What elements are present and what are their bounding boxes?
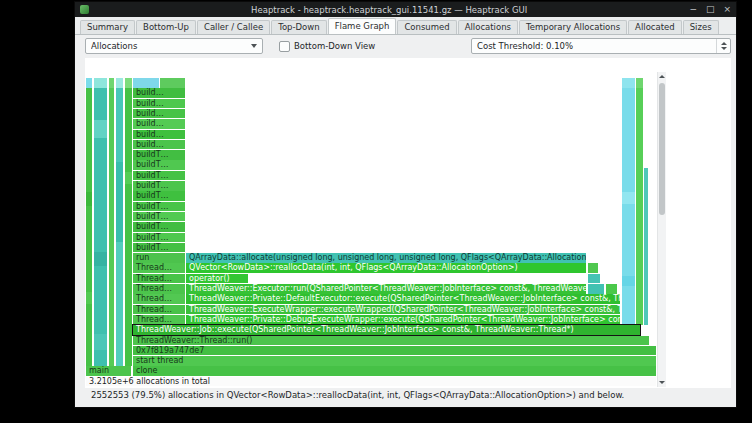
tab-summary[interactable]: Summary bbox=[80, 20, 135, 34]
flame-frame[interactable]: operator() bbox=[186, 274, 248, 284]
flame-frame[interactable] bbox=[606, 284, 617, 294]
flame-strip[interactable] bbox=[125, 88, 132, 366]
flame-frame[interactable] bbox=[588, 274, 600, 284]
scroll-down-arrow-icon[interactable] bbox=[659, 381, 665, 384]
flame-frame[interactable]: build… bbox=[133, 119, 185, 129]
flame-frame[interactable]: build… bbox=[133, 130, 185, 140]
flame-frame[interactable] bbox=[94, 78, 107, 88]
flame-strip[interactable] bbox=[116, 162, 123, 242]
flame-frame[interactable]: Thread… bbox=[133, 315, 185, 325]
flame-strip[interactable] bbox=[86, 292, 92, 304]
titlebar[interactable]: Heaptrack - heaptrack.heaptrack_gui.1154… bbox=[75, 2, 736, 17]
flame-frame[interactable]: build… bbox=[133, 109, 185, 119]
checkbox-box[interactable] bbox=[279, 41, 290, 52]
close-button[interactable]: × bbox=[723, 2, 731, 17]
flame-frame[interactable]: build… bbox=[133, 88, 185, 98]
flame-chart[interactable]: 3.2105e+6 allocations in totalmainclones… bbox=[86, 72, 656, 387]
metric-combobox[interactable]: Allocations bbox=[85, 38, 263, 54]
flame-strip[interactable] bbox=[86, 192, 92, 206]
spinbox-arrows bbox=[716, 39, 730, 53]
flame-frame[interactable] bbox=[622, 78, 635, 88]
cost-threshold-spinbox[interactable]: Cost Threshold: 0.10% bbox=[471, 38, 731, 54]
flame-strip[interactable] bbox=[94, 252, 107, 266]
flame-frame[interactable] bbox=[588, 263, 598, 273]
flame-frame[interactable]: QVector<RowData>::reallocData(int, int, … bbox=[186, 263, 586, 273]
flame-strip[interactable] bbox=[622, 192, 635, 204]
flame-frame[interactable]: buildT… bbox=[133, 150, 185, 160]
heaptrack-window: Heaptrack - heaptrack.heaptrack_gui.1154… bbox=[75, 2, 736, 407]
flame-frame[interactable]: build… bbox=[133, 99, 185, 109]
flame-frame[interactable] bbox=[588, 284, 604, 294]
flame-strip[interactable] bbox=[622, 276, 635, 286]
toolbar: Allocations Bottom-Down View Cost Thresh… bbox=[75, 35, 736, 57]
flame-frame[interactable]: ThreadWeaver::ExecuteWrapper::executeWra… bbox=[186, 305, 620, 315]
flame-frame[interactable]: QArrayData::allocate(unsigned long, unsi… bbox=[186, 253, 586, 263]
scrollbar-thumb[interactable] bbox=[659, 83, 665, 215]
flame-frame[interactable]: ThreadWeaver::Job::execute(QSharedPointe… bbox=[133, 325, 640, 335]
flame-strip[interactable] bbox=[116, 242, 123, 366]
flame-frame[interactable] bbox=[160, 78, 185, 88]
flame-strip[interactable] bbox=[116, 88, 123, 162]
spin-up-icon[interactable] bbox=[721, 42, 727, 45]
vertical-scrollbar[interactable] bbox=[657, 72, 666, 387]
flame-frame[interactable] bbox=[109, 78, 114, 88]
cost-threshold-text: Cost Threshold: 0.10% bbox=[477, 41, 716, 51]
flame-frame[interactable]: ThreadWeaver::Private::DebugExecuteWrapp… bbox=[186, 315, 620, 325]
flame-frame[interactable]: main bbox=[86, 366, 131, 376]
flame-frame[interactable] bbox=[86, 78, 92, 88]
flame-frame[interactable] bbox=[636, 78, 643, 88]
tab-allocated[interactable]: Allocated bbox=[628, 20, 682, 34]
flame-frame[interactable]: buildT… bbox=[133, 202, 185, 212]
metric-combobox-value: Allocations bbox=[91, 41, 251, 51]
flame-frame[interactable]: 3.2105e+6 allocations in total bbox=[86, 377, 656, 387]
flame-status-text: 2552553 (79.5%) allocations in QVector<R… bbox=[91, 390, 624, 400]
flame-strip[interactable] bbox=[109, 88, 114, 366]
flame-frame[interactable]: buildT… bbox=[133, 160, 185, 170]
flame-frame[interactable]: buildT… bbox=[133, 181, 185, 191]
tab-flame-graph[interactable]: Flame Graph bbox=[328, 18, 397, 34]
flame-frame[interactable]: ThreadWeaver::Executor::run(QSharedPoint… bbox=[186, 284, 586, 294]
flame-frame[interactable]: buildT… bbox=[133, 233, 185, 243]
tab-allocations[interactable]: Allocations bbox=[458, 20, 518, 34]
flame-frame[interactable]: ThreadWeaver::Private::DefaultExecutor::… bbox=[186, 294, 620, 304]
flame-frame[interactable]: 0x7f819a747de7 bbox=[133, 346, 656, 356]
flame-frame[interactable]: Thread… bbox=[133, 294, 185, 304]
flame-strip[interactable] bbox=[125, 172, 132, 184]
flame-frame[interactable]: Thread… bbox=[133, 274, 185, 284]
flame-frame[interactable]: buildT… bbox=[133, 171, 185, 181]
flame-strip[interactable] bbox=[86, 88, 92, 366]
flame-frame[interactable] bbox=[133, 78, 159, 88]
tab-top-down[interactable]: Top-Down bbox=[271, 20, 327, 34]
bottom-down-checkbox[interactable]: Bottom-Down View bbox=[279, 41, 375, 52]
flame-frame[interactable]: clone bbox=[133, 366, 656, 376]
flame-frame[interactable]: run bbox=[133, 253, 185, 263]
flame-frame[interactable]: Thread… bbox=[133, 263, 185, 273]
flame-frame[interactable]: Thread… bbox=[133, 305, 185, 315]
scroll-up-arrow-icon[interactable] bbox=[659, 75, 665, 78]
flame-strip[interactable] bbox=[636, 88, 643, 325]
spin-down-icon[interactable] bbox=[721, 47, 727, 50]
tab-bottom-up[interactable]: Bottom-Up bbox=[136, 20, 196, 34]
flame-frame[interactable]: buildT… bbox=[133, 243, 185, 253]
tab-bar: SummaryBottom-UpCaller / CalleeTop-DownF… bbox=[75, 17, 736, 35]
flame-frame[interactable]: build… bbox=[133, 140, 185, 150]
tab-caller-callee[interactable]: Caller / Callee bbox=[197, 20, 270, 34]
tab-consumed[interactable]: Consumed bbox=[397, 20, 456, 34]
flame-strip[interactable] bbox=[644, 168, 648, 325]
minimize-button[interactable]: − bbox=[689, 2, 697, 17]
flame-frame[interactable]: buildT… bbox=[133, 212, 185, 222]
flame-strip[interactable] bbox=[94, 120, 107, 138]
flame-strip[interactable] bbox=[622, 88, 635, 325]
flame-frame[interactable]: buildT… bbox=[133, 191, 185, 201]
tab-temporary-allocations[interactable]: Temporary Allocations bbox=[519, 20, 627, 34]
flame-frame[interactable]: ThreadWeaver::Thread::run() bbox=[133, 336, 649, 346]
flame-frame[interactable]: buildT… bbox=[133, 222, 185, 232]
flame-frame[interactable] bbox=[116, 78, 123, 88]
tab-sizes[interactable]: Sizes bbox=[683, 20, 719, 34]
flame-strip[interactable] bbox=[94, 334, 107, 350]
flame-frame[interactable] bbox=[125, 78, 132, 88]
maximize-button[interactable]: □ bbox=[706, 2, 715, 17]
flame-frame[interactable]: start thread bbox=[133, 356, 656, 366]
chevron-down-icon bbox=[251, 44, 257, 48]
flame-frame[interactable]: Thread… bbox=[133, 284, 185, 294]
